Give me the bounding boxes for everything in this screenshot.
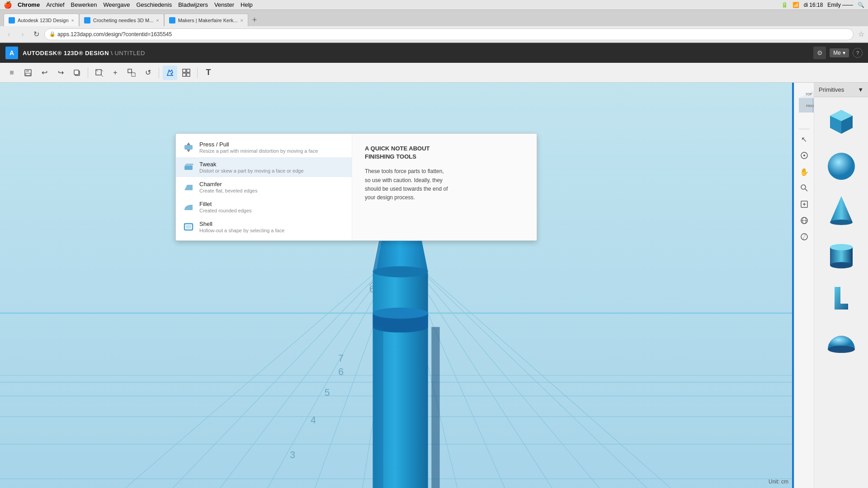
- primitives-grid: [814, 97, 868, 366]
- svg-point-100: [830, 220, 853, 225]
- pan-button[interactable]: ✋: [797, 164, 811, 179]
- orbit-button[interactable]: [797, 148, 811, 163]
- svg-rect-73: [373, 327, 383, 488]
- me-button[interactable]: Me ▾: [830, 48, 849, 57]
- views-button[interactable]: [797, 213, 811, 228]
- svg-text:4: 4: [311, 415, 316, 426]
- bookmark-star[interactable]: ☆: [858, 30, 864, 38]
- apple-logo[interactable]: 🍎: [4, 1, 12, 9]
- redo-button[interactable]: ↪: [53, 66, 68, 80]
- menu-venster[interactable]: Venster: [214, 1, 234, 8]
- new-tab-button[interactable]: +: [248, 14, 261, 26]
- toolbar-separator-1: [88, 67, 88, 78]
- svg-rect-20: [184, 166, 193, 170]
- tab-makers[interactable]: Makers | Makerfaire Kerk... ×: [164, 14, 248, 26]
- fillet-icon: [182, 201, 195, 213]
- info-title: A QUICK NOTE ABOUTFINISHING TOOLS: [365, 145, 524, 161]
- tab-close-makers[interactable]: ×: [241, 18, 243, 23]
- primitives-header: Primitives ▼: [814, 83, 868, 97]
- tab-close-crocheting[interactable]: ×: [156, 18, 159, 23]
- tab-label-autodesk: Autodesk 123D Design: [18, 18, 69, 23]
- svg-marker-22: [184, 185, 193, 190]
- user-name: Emily ——: [827, 2, 853, 8]
- svg-point-98: [828, 153, 855, 180]
- primitive-box[interactable]: [821, 101, 862, 141]
- reload-button[interactable]: ↻: [31, 29, 42, 40]
- svg-rect-2: [26, 73, 30, 75]
- primitives-panel: Primitives ▼: [814, 83, 868, 488]
- unit-label: Unit: cm: [769, 479, 788, 485]
- fit-button[interactable]: [797, 197, 811, 211]
- svg-text:7: 7: [338, 353, 344, 364]
- browser-chrome: Autodesk 123D Design × Crocheting needle…: [0, 10, 868, 43]
- press-pull-icon: [182, 141, 195, 154]
- menu-archief[interactable]: Archief: [46, 1, 64, 8]
- svg-rect-9: [128, 69, 132, 73]
- save-button[interactable]: [21, 66, 35, 80]
- menu-weergave[interactable]: Weergave: [103, 1, 130, 8]
- clock: di 16:18: [804, 2, 823, 8]
- tweak-icon: [182, 161, 195, 174]
- menu-bladwijzers[interactable]: Bladwijzers: [178, 1, 208, 8]
- add-button[interactable]: +: [108, 66, 123, 80]
- svg-rect-16: [187, 73, 190, 76]
- search-icon[interactable]: 🔍: [858, 2, 864, 8]
- tab-crocheting[interactable]: Crocheting needles 3D M... ×: [79, 14, 164, 26]
- address-bar[interactable]: 🔒 apps.123dapp.com/design/?contentid=163…: [44, 28, 854, 40]
- viewport[interactable]: Press / Pull Resize a part with minimal …: [0, 83, 794, 488]
- copy-button[interactable]: [70, 66, 84, 80]
- shell-title: Shell: [199, 221, 284, 227]
- modify-button[interactable]: [163, 66, 177, 80]
- menu-bewerken[interactable]: Bewerken: [71, 1, 97, 8]
- zoom-button[interactable]: [797, 181, 811, 195]
- menu-geschiedenis[interactable]: Geschiedenis: [136, 1, 172, 8]
- primitive-cylinder[interactable]: [821, 234, 862, 274]
- fillet-title: Fillet: [199, 201, 252, 207]
- select-tool-button[interactable]: ↖: [797, 132, 811, 146]
- help-button[interactable]: ?: [853, 48, 863, 58]
- fillet-desc: Created rounded edges: [199, 208, 252, 213]
- primitive-cone[interactable]: [821, 189, 862, 230]
- snap-button[interactable]: [179, 66, 193, 80]
- svg-line-86: [805, 189, 807, 191]
- transform-button[interactable]: [124, 66, 139, 80]
- svg-marker-99: [830, 196, 853, 222]
- tab-autodesk[interactable]: Autodesk 123D Design ×: [4, 14, 79, 26]
- wifi-icon: 📶: [793, 2, 799, 8]
- tweak-option[interactable]: Tweak Distort or skew a part by moving a…: [176, 157, 352, 177]
- svg-marker-18: [187, 142, 190, 145]
- tweak-title: Tweak: [199, 161, 304, 168]
- tab-label-crocheting: Crocheting needles 3D M...: [93, 18, 153, 23]
- primitive-torus[interactable]: [821, 278, 862, 319]
- fillet-option[interactable]: Fillet Created rounded edges: [176, 197, 352, 217]
- shell-option[interactable]: Shell Hollow-out a shape by selecting a …: [176, 217, 352, 237]
- menu-chrome[interactable]: Chrome: [18, 1, 40, 8]
- undo-button[interactable]: ↩: [37, 66, 52, 80]
- main-content: Press / Pull Resize a part with minimal …: [0, 83, 868, 488]
- svg-rect-14: [187, 69, 190, 72]
- text-button[interactable]: T: [201, 66, 216, 80]
- tab-close-autodesk[interactable]: ×: [71, 18, 74, 23]
- chamfer-option[interactable]: Chamfer Create flat, beveled edges: [176, 177, 352, 197]
- menu-help[interactable]: Help: [241, 1, 253, 8]
- app-title-brand: AUTODESK® 123D® DESIGN: [23, 50, 109, 56]
- primitive-sphere[interactable]: [821, 145, 862, 186]
- material-button[interactable]: [797, 230, 811, 244]
- press-pull-option[interactable]: Press / Pull Resize a part with minimal …: [176, 137, 352, 157]
- settings-button[interactable]: ⚙: [813, 47, 826, 59]
- chamfer-text: Chamfer Create flat, beveled edges: [199, 181, 257, 193]
- primitives-expand-icon[interactable]: ▼: [858, 86, 863, 93]
- forward-button[interactable]: ›: [17, 29, 28, 40]
- blue-accent-bar: [792, 83, 794, 488]
- press-pull-title: Press / Pull: [199, 141, 318, 148]
- menu-button[interactable]: ≡: [5, 66, 19, 80]
- svg-line-8: [101, 75, 103, 77]
- primitives-button[interactable]: [92, 66, 106, 80]
- tab-favicon-crocheting: [84, 17, 90, 23]
- svg-point-102: [830, 244, 853, 250]
- tab-bar: Autodesk 123D Design × Crocheting needle…: [0, 10, 868, 26]
- refresh-button[interactable]: ↺: [141, 66, 155, 80]
- svg-rect-10: [132, 73, 135, 76]
- back-button[interactable]: ‹: [4, 29, 14, 40]
- primitive-hemisphere[interactable]: [821, 322, 862, 363]
